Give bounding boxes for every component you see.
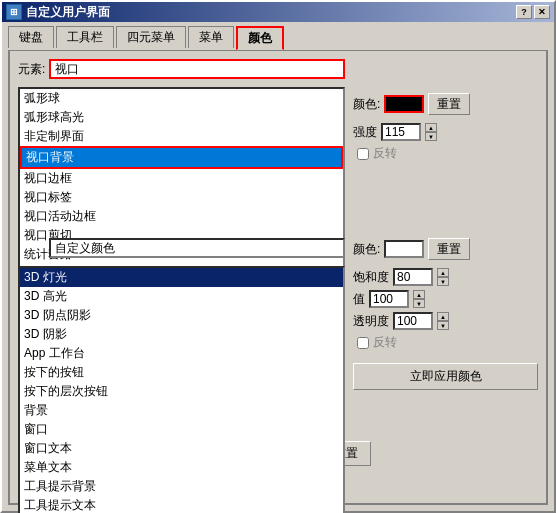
list-item[interactable]: 按下的按钮 — [20, 363, 343, 382]
left-bottom-panel: 方案: 自定义颜色 3D 灯光 3D 高光 3D 阴点阴影 3D 阴影 App … — [18, 238, 345, 433]
list-item[interactable]: 非定制界面 — [20, 127, 343, 146]
title-bar: ⊞ 自定义用户界面 ? ✕ — [2, 2, 554, 22]
opacity-down[interactable]: ▼ — [437, 321, 449, 330]
value-up[interactable]: ▲ — [413, 290, 425, 299]
list-item[interactable]: 3D 阴影 — [20, 325, 343, 344]
tab-toolbar[interactable]: 工具栏 — [56, 26, 114, 48]
list-item[interactable]: 视口活动边框 — [20, 207, 343, 226]
window-icon: ⊞ — [6, 4, 22, 20]
tab-color[interactable]: 颜色 — [236, 26, 284, 50]
opacity-row: 透明度 ▲ ▼ — [353, 312, 538, 330]
tab-quad-menu[interactable]: 四元菜单 — [116, 26, 186, 48]
reverse-label-bottom: 反转 — [373, 334, 397, 351]
value-down[interactable]: ▼ — [413, 299, 425, 308]
list-item[interactable]: 窗口文本 — [20, 439, 343, 458]
title-bar-left: ⊞ 自定义用户界面 — [6, 4, 110, 21]
bottom-listbox[interactable]: 3D 灯光 3D 高光 3D 阴点阴影 3D 阴影 App 工作台 按下的按钮 … — [18, 266, 345, 513]
intensity-up[interactable]: ▲ — [425, 123, 437, 132]
color-swatch-top[interactable] — [384, 95, 424, 113]
main-window: ⊞ 自定义用户界面 ? ✕ 键盘 工具栏 四元菜单 菜单 颜色 — [0, 0, 556, 513]
list-item[interactable]: 窗口 — [20, 420, 343, 439]
apply-color-button[interactable]: 立即应用颜色 — [353, 363, 538, 390]
window-title: 自定义用户界面 — [26, 4, 110, 21]
list-item[interactable]: 3D 高光 — [20, 287, 343, 306]
scheme-select-wrapper: 自定义颜色 — [49, 238, 345, 258]
help-button[interactable]: ? — [516, 5, 532, 19]
scheme-select[interactable]: 自定义颜色 — [49, 238, 345, 258]
bottom-listbox-container: 3D 灯光 3D 高光 3D 阴点阴影 3D 阴影 App 工作台 按下的按钮 … — [18, 266, 345, 513]
right-bottom-panel: 颜色: 重置 饱和度 ▲ ▼ 值 ▲ ▼ — [353, 238, 538, 433]
title-bar-controls: ? ✕ — [516, 5, 550, 19]
list-item[interactable]: 工具提示背景 — [20, 477, 343, 496]
scheme-row: 方案: 自定义颜色 — [18, 238, 345, 258]
color-label-bottom: 颜色: — [353, 241, 380, 258]
value-spinner: ▲ ▼ — [413, 290, 425, 308]
color-row-bottom: 颜色: 重置 — [353, 238, 538, 260]
opacity-spinner: ▲ ▼ — [437, 312, 449, 330]
reverse-checkbox-bottom[interactable] — [357, 337, 369, 349]
list-item[interactable]: 3D 阴点阴影 — [20, 306, 343, 325]
intensity-row: 强度 ▲ ▼ — [353, 123, 538, 141]
intensity-input[interactable] — [381, 123, 421, 141]
opacity-label: 透明度 — [353, 313, 389, 330]
opacity-up[interactable]: ▲ — [437, 312, 449, 321]
intensity-down[interactable]: ▼ — [425, 132, 437, 141]
top-half: 元素: 视口 弧形球 弧形球高光 非定制界面 视口背景 视口边框 视口标 — [18, 59, 538, 234]
reset-button-bottom[interactable]: 重置 — [428, 238, 470, 260]
right-top-panel: 颜色: 重置 强度 ▲ ▼ 反转 — [353, 59, 538, 234]
saturation-spinner: ▲ ▼ — [437, 268, 449, 286]
list-item-selected[interactable]: 3D 灯光 — [20, 268, 343, 287]
list-item[interactable]: 菜单文本 — [20, 458, 343, 477]
intensity-spinner: ▲ ▼ — [425, 123, 437, 141]
list-item[interactable]: 视口标签 — [20, 188, 343, 207]
intensity-label: 强度 — [353, 124, 377, 141]
reverse-row-bottom: 反转 — [353, 334, 538, 351]
list-item[interactable]: 按下的层次按钮 — [20, 382, 343, 401]
tab-menu[interactable]: 菜单 — [188, 26, 234, 48]
value-input[interactable] — [369, 290, 409, 308]
tab-content-area: 元素: 视口 弧形球 弧形球高光 非定制界面 视口背景 视口边框 视口标 — [8, 50, 548, 505]
element-label: 元素: — [18, 61, 45, 78]
list-item[interactable]: 弧形球高光 — [20, 108, 343, 127]
list-item[interactable]: 视口边框 — [20, 169, 343, 188]
color-swatch-bottom[interactable] — [384, 240, 424, 258]
saturation-input[interactable] — [393, 268, 433, 286]
close-button[interactable]: ✕ — [534, 5, 550, 19]
tab-keyboard[interactable]: 键盘 — [8, 26, 54, 48]
list-item[interactable]: 背景 — [20, 401, 343, 420]
reverse-checkbox-top[interactable] — [357, 148, 369, 160]
saturation-up[interactable]: ▲ — [437, 268, 449, 277]
reverse-label-top: 反转 — [373, 145, 397, 162]
opacity-input[interactable] — [393, 312, 433, 330]
value-row: 值 ▲ ▼ — [353, 290, 538, 308]
element-select-wrapper: 视口 — [49, 59, 345, 79]
reverse-row-top: 反转 — [353, 145, 538, 162]
left-top-panel: 元素: 视口 弧形球 弧形球高光 非定制界面 视口背景 视口边框 视口标 — [18, 59, 345, 234]
value-label: 值 — [353, 291, 365, 308]
saturation-label: 饱和度 — [353, 269, 389, 286]
bottom-half: 方案: 自定义颜色 3D 灯光 3D 高光 3D 阴点阴影 3D 阴影 App … — [18, 238, 538, 433]
saturation-row: 饱和度 ▲ ▼ — [353, 268, 538, 286]
reset-button-top[interactable]: 重置 — [428, 93, 470, 115]
element-select[interactable]: 视口 — [49, 59, 345, 79]
list-item[interactable]: 弧形球 — [20, 89, 343, 108]
color-row-top: 颜色: 重置 — [353, 93, 538, 115]
color-label-top: 颜色: — [353, 96, 380, 113]
list-item-selected[interactable]: 视口背景 — [20, 146, 343, 169]
saturation-down[interactable]: ▼ — [437, 277, 449, 286]
list-item[interactable]: App 工作台 — [20, 344, 343, 363]
element-row: 元素: 视口 — [18, 59, 345, 79]
list-item[interactable]: 工具提示文本 — [20, 496, 343, 513]
tab-bar: 键盘 工具栏 四元菜单 菜单 颜色 — [2, 22, 554, 50]
